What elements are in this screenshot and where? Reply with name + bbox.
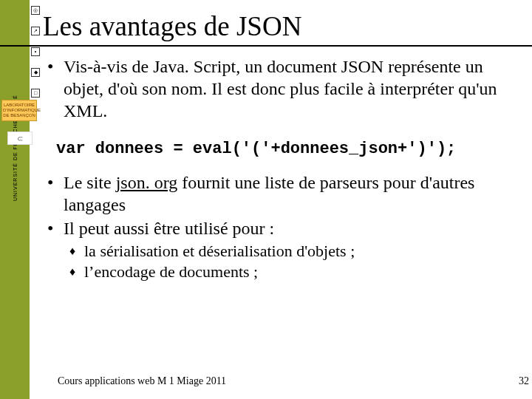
bullet-list-1: Vis-à-vis de Java. Script, un document J… bbox=[43, 55, 526, 122]
bullet-list-2: Le site json. org fournit une liste de p… bbox=[43, 171, 526, 239]
sidebar-logo-icon: ⊂ bbox=[7, 132, 33, 145]
diamond-icon: ◆ bbox=[31, 68, 40, 77]
dot-icon: • bbox=[31, 47, 40, 56]
slide-title: Les avantages de JSON bbox=[43, 10, 526, 42]
bullet-item: Vis-à-vis de Java. Script, un document J… bbox=[43, 55, 526, 122]
sub-bullet-list: la sérialisation et déserialisation d'ob… bbox=[43, 241, 526, 282]
sub-bullet-text: la sérialisation et déserialisation d'ob… bbox=[84, 242, 355, 260]
page-number: 32 bbox=[519, 375, 529, 387]
sidebar-lab-badge: LABORATOIRE D'INFORMATIQUE DE BESANÇON bbox=[1, 100, 37, 121]
sub-bullet-item: l’encodage de documents ; bbox=[69, 262, 526, 282]
bullet-item: Il peut aussi être utilisé pour : bbox=[43, 217, 526, 239]
slide-content: Les avantages de JSON Vis-à-vis de Java.… bbox=[43, 10, 526, 282]
sub-bullet-text: l’encodage de documents ; bbox=[84, 262, 258, 281]
sidebar: UNIVERSITÉ DE FRANCHE-COMTÉ ◎ ↗ • ◆ □ LA… bbox=[0, 0, 40, 399]
bullet-item: Le site json. org fournit une liste de p… bbox=[43, 171, 526, 216]
code-snippet: var donnees = eval('('+donnees_json+')')… bbox=[56, 140, 526, 158]
bullet-text: Vis-à-vis de Java. Script, un document J… bbox=[64, 57, 497, 120]
footer-text: Cours applications web M 1 Miage 2011 bbox=[58, 375, 226, 387]
arrow-icon: ↗ bbox=[31, 27, 40, 35]
bullet-text-pre: Le site bbox=[64, 173, 116, 192]
sub-bullet-item: la sérialisation et déserialisation d'ob… bbox=[69, 241, 526, 262]
target-icon: ◎ bbox=[31, 6, 40, 15]
square-icon: □ bbox=[31, 89, 40, 98]
bullet-text: Il peut aussi être utilisé pour : bbox=[64, 219, 274, 238]
json-org-link[interactable]: json. org bbox=[116, 173, 178, 192]
